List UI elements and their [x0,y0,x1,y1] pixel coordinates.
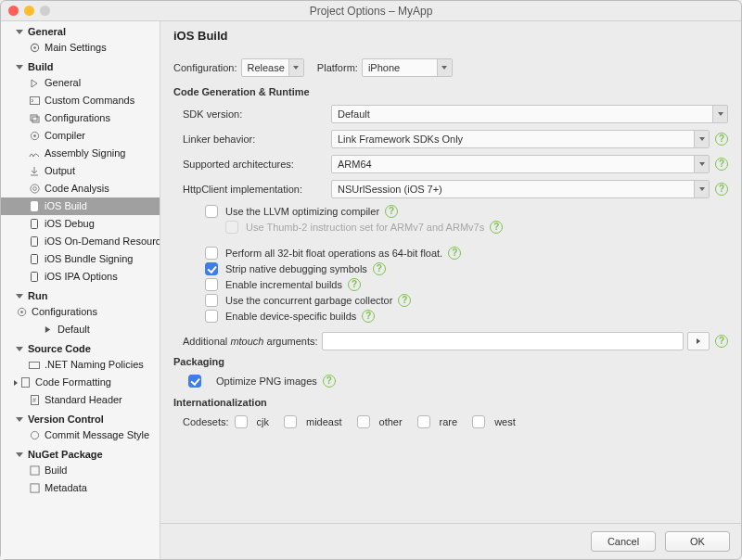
play-icon [42,325,53,336]
device-specific-label: Enable device-specific builds [225,311,356,322]
sidebar-item-ios-build[interactable]: iOS Build [1,197,160,215]
sidebar-section-nuget[interactable]: NuGet Package [1,444,160,462]
concurrent-gc-label: Use the concurrent garbage collector [225,295,392,306]
codeset-cjk-label: cjk [257,416,269,427]
phone-icon [29,254,40,265]
svg-rect-11 [32,220,38,229]
codesets-label: Codesets: [183,416,229,427]
sidebar-item-general[interactable]: General [1,74,160,92]
mtouch-arguments-input[interactable] [322,332,684,350]
sidebar-section-source-code[interactable]: Source Code [1,338,160,356]
incremental-checkbox[interactable] [205,278,218,291]
svg-rect-14 [32,273,38,282]
close-window-button[interactable] [8,6,19,16]
help-icon[interactable]: ? [362,310,375,323]
chevron-down-icon[interactable] [694,131,709,147]
optimize-png-checkbox[interactable] [188,375,201,388]
output-icon [29,166,40,177]
supported-architectures-dropdown[interactable]: ARM64 [331,155,710,173]
sidebar-item-code-analysis[interactable]: Code Analysis [1,180,160,197]
gear-icon [29,430,40,441]
help-icon[interactable]: ? [448,247,461,260]
mtouch-run-button[interactable] [687,332,710,350]
codeset-mideast-checkbox[interactable] [284,415,297,428]
codeset-other-label: other [379,416,403,427]
sidebar-item-ios-debug[interactable]: iOS Debug [1,215,160,233]
incremental-label: Enable incremental builds [225,279,342,290]
chevron-down-icon[interactable] [712,106,727,122]
sidebar-item-naming-policies[interactable]: .NET Naming Policies [1,356,160,374]
help-icon[interactable]: ? [373,262,386,275]
sidebar-item-compiler[interactable]: Compiler [1,127,160,145]
sidebar-item-custom-commands[interactable]: Custom Commands [1,92,160,109]
httpclient-dropdown[interactable]: NSUrlSession (iOS 7+) [331,180,710,198]
signature-icon [29,148,40,159]
sidebar-item-ios-bundle-signing[interactable]: iOS Bundle Signing [1,250,160,268]
chevron-down-icon[interactable] [694,181,709,197]
ok-button[interactable]: OK [665,531,730,552]
svg-rect-4 [32,117,39,122]
linker-behavior-dropdown[interactable]: Link Framework SDKs Only [331,130,710,148]
device-specific-checkbox[interactable] [205,310,218,323]
sidebar-item-ios-ipa[interactable]: iOS IPA Options [1,268,160,286]
label-icon [29,360,40,371]
sidebar-item-standard-header[interactable]: #Standard Header [1,391,160,409]
help-icon[interactable]: ? [715,158,728,171]
play-icon [697,338,700,344]
disclosure-icon [16,417,23,422]
package-icon [29,483,40,494]
phone-icon [29,272,40,283]
help-icon[interactable]: ? [398,294,411,307]
llvm-checkbox[interactable] [205,205,218,218]
supported-architectures-label: Supported architectures: [173,159,331,170]
sidebar-item-code-formatting[interactable]: Code Formatting [1,374,160,391]
float-label: Perform all 32-bit float operations as 6… [225,248,442,259]
sidebar-item-assembly-signing[interactable]: Assembly Signing [1,145,160,162]
help-icon[interactable]: ? [385,205,398,218]
sidebar-item-default-config[interactable]: Default [1,321,160,338]
float-checkbox[interactable] [205,247,218,260]
sidebar-section-build[interactable]: Build [1,57,160,74]
strip-checkbox[interactable] [205,262,218,275]
sidebar-item-nuget-metadata[interactable]: Metadata [1,479,160,497]
configuration-dropdown[interactable]: Release [241,58,304,77]
sidebar-item-nuget-build[interactable]: Build [1,462,160,479]
sidebar-section-run[interactable]: Run [1,286,160,303]
codeset-rare-checkbox[interactable] [417,415,430,428]
sdk-version-dropdown[interactable]: Default [331,105,728,123]
sidebar-item-ios-ondemand[interactable]: iOS On-Demand Resources [1,233,160,250]
sidebar-item-commit-style[interactable]: Commit Message Style [1,426,160,444]
help-icon[interactable]: ? [490,221,503,234]
sidebar-item-run-configurations[interactable]: Configurations [1,303,160,321]
llvm-label: Use the LLVM optimizing compiler [225,206,379,217]
sidebar-item-main-settings[interactable]: Main Settings [1,39,160,57]
codeset-other-checkbox[interactable] [357,415,370,428]
chevron-down-icon[interactable] [437,59,452,76]
minimize-window-button[interactable] [24,6,34,16]
svg-point-6 [33,134,36,137]
code-generation-heading: Code Generation & Runtime [173,86,728,97]
codeset-west-checkbox[interactable] [472,415,485,428]
cancel-button[interactable]: Cancel [591,531,656,552]
sidebar-section-version-control[interactable]: Version Control [1,409,160,426]
chevron-down-icon[interactable] [288,59,303,76]
phone-icon [29,201,40,212]
page-title: iOS Build [160,21,741,49]
help-icon[interactable]: ? [715,133,728,146]
sidebar-section-general[interactable]: General [1,21,160,39]
window-title: Project Options – MyApp [1,5,741,18]
platform-dropdown[interactable]: iPhone [362,58,453,77]
chevron-down-icon[interactable] [694,156,709,172]
disclosure-icon [16,294,23,299]
sidebar-item-output[interactable]: Output [1,162,160,180]
help-icon[interactable]: ? [715,335,728,348]
help-icon[interactable]: ? [715,183,728,196]
thumb-label: Use Thumb-2 instruction set for ARMv7 an… [246,222,484,233]
sidebar-item-configurations[interactable]: Configurations [1,109,160,127]
help-icon[interactable]: ? [348,278,361,291]
package-icon [29,465,40,477]
help-icon[interactable]: ? [323,375,336,388]
gear-icon [16,307,27,318]
concurrent-gc-checkbox[interactable] [205,294,218,307]
codeset-cjk-checkbox[interactable] [235,415,248,428]
